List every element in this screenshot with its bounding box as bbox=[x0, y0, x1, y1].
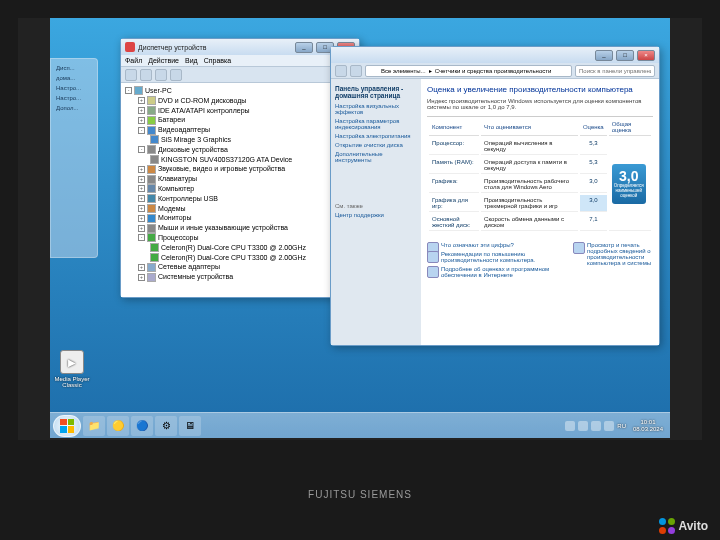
minimize-button[interactable]: _ bbox=[295, 42, 313, 53]
nav-panel: Панель управления - домашняя страница На… bbox=[331, 79, 421, 345]
menu-help[interactable]: Справка bbox=[204, 57, 231, 64]
nav-header: Панель управления - домашняя страница bbox=[335, 85, 417, 99]
col-component: Компонент bbox=[429, 119, 479, 136]
nav-link-indexing[interactable]: Настройка параметров индексирования bbox=[335, 118, 417, 130]
tray-icon[interactable] bbox=[565, 421, 575, 431]
tree-node[interactable]: +Звуковые, видео и игровые устройства bbox=[124, 164, 356, 174]
tray-network-icon[interactable] bbox=[591, 421, 601, 431]
tree-node[interactable]: -Процессоры bbox=[124, 233, 356, 243]
titlebar[interactable]: _ □ × bbox=[331, 47, 659, 63]
gadget-title: Дисп... bbox=[55, 63, 93, 73]
device-manager-window: Диспетчер устройств _ □ × Файл Действие … bbox=[120, 38, 360, 298]
page-heading: Оценка и увеличение производительности к… bbox=[427, 85, 653, 94]
nav-link-power[interactable]: Настройка электропитания bbox=[335, 133, 417, 139]
toolbar-button[interactable] bbox=[140, 69, 152, 81]
taskbar-item-browser2[interactable]: 🔵 bbox=[131, 416, 153, 436]
laptop-brand-label: FUJITSU SIEMENS bbox=[308, 489, 412, 500]
toolbar-button[interactable] bbox=[125, 69, 137, 81]
tree-node[interactable]: +Контроллеры USB bbox=[124, 194, 356, 204]
windows-logo-icon bbox=[60, 419, 74, 433]
tree-node[interactable]: +Батареи bbox=[124, 115, 356, 125]
nav-link-tools[interactable]: Дополнительные инструменты bbox=[335, 151, 417, 163]
taskbar-item-control-panel[interactable]: ⚙ bbox=[155, 416, 177, 436]
taskbar-item-browser[interactable]: 🟡 bbox=[107, 416, 129, 436]
toolbar-button[interactable] bbox=[155, 69, 167, 81]
tree-leaf[interactable]: KINGSTON SUV400S37120G ATA Device bbox=[124, 155, 356, 165]
desktop-icons: ▶Media Player Classic 📄Foxit Reader bbox=[54, 350, 90, 388]
device-tree[interactable]: -User-PC+DVD и CD-ROM дисководы+IDE ATA/… bbox=[121, 83, 359, 297]
start-button[interactable] bbox=[53, 415, 81, 437]
menu-view[interactable]: Вид bbox=[185, 57, 198, 64]
link-more-info[interactable]: Подробнее об оценках и программном обесп… bbox=[427, 266, 567, 278]
link-what-numbers[interactable]: Что означают эти цифры? bbox=[427, 242, 567, 248]
col-overall: Общая оценка bbox=[609, 119, 651, 136]
nav-link-visual[interactable]: Настройка визуальных эффектов bbox=[335, 103, 417, 115]
tree-leaf[interactable]: SiS Mirage 3 Graphics bbox=[124, 135, 356, 145]
gadget-item[interactable]: Настро... bbox=[55, 93, 93, 103]
performance-window: _ □ × Все элементы...▸ Счетчики и средст… bbox=[330, 46, 660, 346]
search-input[interactable] bbox=[575, 65, 655, 77]
tree-node[interactable]: +Сетевые адаптеры bbox=[124, 262, 356, 272]
toolbar bbox=[121, 67, 359, 83]
system-tray: RU 10:01 08.03.2024 bbox=[565, 419, 667, 432]
tree-node[interactable]: +IDE ATA/ATAPI контроллеры bbox=[124, 106, 356, 116]
performance-table: Компонент Что оценивается Оценка Общая о… bbox=[427, 116, 653, 233]
app-icon bbox=[125, 42, 135, 52]
taskbar-item-device-manager[interactable]: 🖥 bbox=[179, 416, 201, 436]
control-panel-icon bbox=[370, 67, 378, 75]
nav-link-support[interactable]: Центр поддержки bbox=[335, 212, 417, 218]
nav-link-cleanup[interactable]: Открытие очистки диска bbox=[335, 142, 417, 148]
link-print-details[interactable]: Просмотр и печать подробных сведений о п… bbox=[573, 242, 653, 266]
col-description: Что оценивается bbox=[481, 119, 578, 136]
forward-button[interactable] bbox=[350, 65, 362, 77]
close-button[interactable]: × bbox=[637, 50, 655, 61]
tree-node[interactable]: -Дисковые устройства bbox=[124, 145, 356, 155]
clock[interactable]: 10:01 08.03.2024 bbox=[629, 419, 667, 432]
table-row: Процессор:Операций вычисления в секунду5… bbox=[429, 138, 651, 155]
tree-node[interactable]: +Клавиатуры bbox=[124, 174, 356, 184]
tree-node[interactable]: +Системные устройства bbox=[124, 272, 356, 282]
tree-leaf[interactable]: Celeron(R) Dual-Core CPU T3300 @ 2.00GHz bbox=[124, 253, 356, 263]
see-also-label: См. также bbox=[335, 203, 417, 209]
tree-node[interactable]: +Мониторы bbox=[124, 213, 356, 223]
link-recommendations[interactable]: Рекомендации по повышению производительн… bbox=[427, 251, 567, 263]
overall-score: 3,0Определяется наименьшей оценкой bbox=[612, 164, 646, 204]
page-subheading: Индекс производительности Windows исполь… bbox=[427, 98, 653, 110]
tree-root[interactable]: -User-PC bbox=[124, 86, 356, 96]
menu-file[interactable]: Файл bbox=[125, 57, 142, 64]
watermark: Avito bbox=[659, 518, 708, 534]
tree-node[interactable]: +Компьютер bbox=[124, 184, 356, 194]
toolbar-button[interactable] bbox=[170, 69, 182, 81]
taskbar-item-explorer[interactable]: 📁 bbox=[83, 416, 105, 436]
content-panel: Оценка и увеличение производительности к… bbox=[421, 79, 659, 345]
breadcrumb[interactable]: Все элементы...▸ Счетчики и средства про… bbox=[365, 65, 572, 77]
minimize-button[interactable]: _ bbox=[595, 50, 613, 61]
tree-leaf[interactable]: Celeron(R) Dual-Core CPU T3300 @ 2.00GHz bbox=[124, 243, 356, 253]
navigation-toolbar: Все элементы...▸ Счетчики и средства про… bbox=[331, 63, 659, 79]
tree-node[interactable]: +Мыши и иные указывающие устройства bbox=[124, 223, 356, 233]
gadget-sidebar: Дисп... дома... Настро... Настро... Допо… bbox=[50, 58, 98, 258]
back-button[interactable] bbox=[335, 65, 347, 77]
gadget-item[interactable]: дома... bbox=[55, 73, 93, 83]
gadget-item[interactable]: Настро... bbox=[55, 83, 93, 93]
tree-node[interactable]: +Модемы bbox=[124, 204, 356, 214]
tray-icon[interactable] bbox=[578, 421, 588, 431]
maximize-button[interactable]: □ bbox=[616, 50, 634, 61]
col-score: Оценка bbox=[580, 119, 607, 136]
titlebar[interactable]: Диспетчер устройств _ □ × bbox=[121, 39, 359, 55]
desktop-icon-media-player[interactable]: ▶Media Player Classic bbox=[54, 350, 90, 388]
tree-node[interactable]: +DVD и CD-ROM дисководы bbox=[124, 96, 356, 106]
menu-action[interactable]: Действие bbox=[148, 57, 179, 64]
gadget-item[interactable]: Допол... bbox=[55, 103, 93, 113]
language-indicator[interactable]: RU bbox=[617, 423, 626, 429]
window-title: Диспетчер устройств bbox=[138, 44, 292, 51]
tree-node[interactable]: -Видеоадаптеры bbox=[124, 125, 356, 135]
tray-volume-icon[interactable] bbox=[604, 421, 614, 431]
menubar: Файл Действие Вид Справка bbox=[121, 55, 359, 67]
taskbar: 📁 🟡 🔵 ⚙ 🖥 RU 10:01 08.03.2024 bbox=[50, 412, 670, 438]
